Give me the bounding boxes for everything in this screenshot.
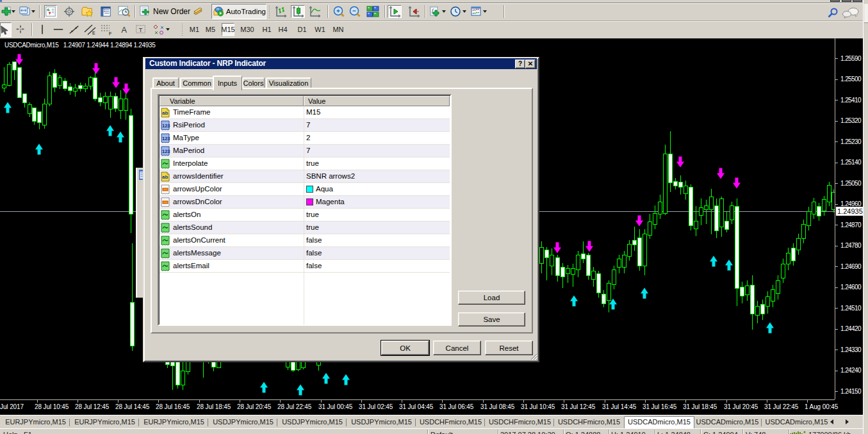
svg-text:F: F <box>109 31 111 36</box>
svg-text:ab: ab <box>162 110 168 116</box>
svg-text:ab: ab <box>162 174 168 180</box>
svg-text:123: 123 <box>162 123 170 129</box>
svg-text:E: E <box>92 31 95 35</box>
svg-text:T: T <box>138 26 142 33</box>
svg-text:123: 123 <box>162 136 170 141</box>
svg-text:A: A <box>122 26 127 35</box>
svg-text:123: 123 <box>162 149 170 154</box>
